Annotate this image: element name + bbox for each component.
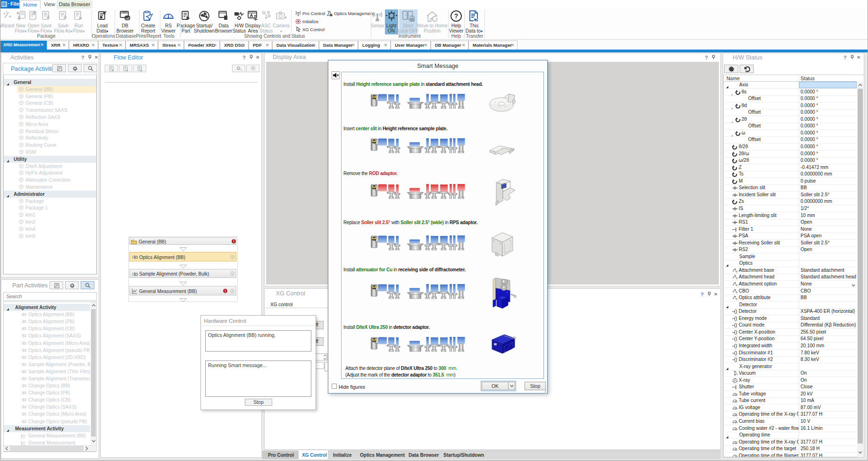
svg-text:?: ? xyxy=(454,12,459,20)
